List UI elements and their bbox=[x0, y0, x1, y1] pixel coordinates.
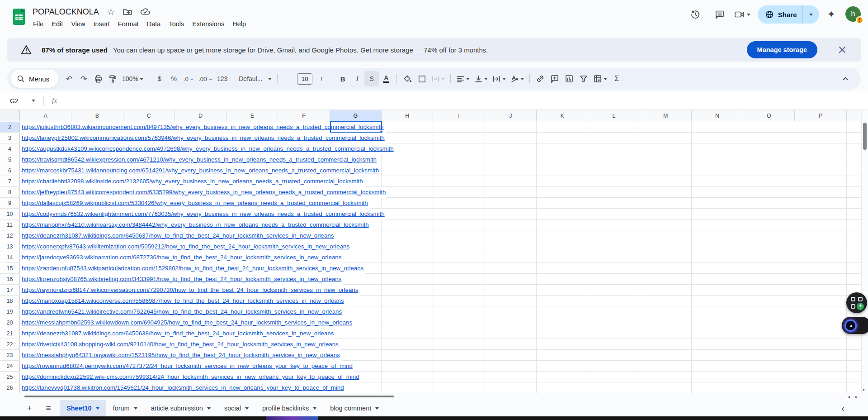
format-percent-button[interactable]: % bbox=[167, 71, 181, 86]
sheet-tab-caret-icon[interactable] bbox=[245, 407, 249, 410]
column-header-P[interactable]: P bbox=[795, 110, 846, 121]
format-currency-button[interactable]: $ bbox=[152, 71, 167, 86]
undo-button[interactable]: ↶ bbox=[62, 71, 76, 86]
cell-link[interactable]: https://lorenzobsjy08765.wikibriefing.co… bbox=[20, 274, 343, 285]
column-header-D[interactable]: D bbox=[175, 110, 226, 121]
cell-link[interactable]: https://deanezrh31087.wikitidings.com/64… bbox=[20, 230, 335, 241]
cell-link[interactable]: https://connerxpfv87643.wikiitemization.… bbox=[20, 241, 351, 252]
row-cells[interactable]: https://mariophxn54210.wikihearsay.com/3… bbox=[20, 220, 861, 230]
cell-link[interactable]: https://deanezrh31087.wikitidings.com/64… bbox=[20, 328, 335, 339]
row-cells[interactable]: https://jaredoqve93693.wikinarration.com… bbox=[20, 252, 861, 262]
cell-link[interactable]: https://laneypfr25802.wikicommunications… bbox=[20, 133, 387, 143]
sheet-tab-sheet10[interactable]: Sheet10 bbox=[60, 400, 106, 416]
star-icon[interactable]: ☆ bbox=[107, 8, 115, 16]
borders-button[interactable] bbox=[415, 71, 429, 86]
row-header-21[interactable]: 21 bbox=[0, 328, 20, 339]
row-header-4[interactable]: 4 bbox=[0, 143, 20, 154]
cell-link[interactable]: https://messiahphyo64321.ouyawiki.com/15… bbox=[20, 350, 342, 361]
row-header-10[interactable]: 10 bbox=[0, 209, 20, 219]
comments-icon[interactable] bbox=[710, 5, 730, 24]
horizontal-align-button[interactable] bbox=[454, 71, 472, 86]
sheet-tab-article-submission[interactable]: article submission bbox=[144, 400, 217, 416]
scroll-right-icon[interactable]: ▸ bbox=[855, 394, 858, 399]
cell-link[interactable]: https://dominickdcxu22592.wiki-cms.com/7… bbox=[20, 372, 361, 382]
row-cells[interactable]: https://travisqmdt86542.wikiexpression.c… bbox=[20, 154, 861, 165]
cell-link[interactable]: https://charliehbti32098.wikiinside.com/… bbox=[20, 176, 365, 187]
sheet-tab-blog-comment[interactable]: blog comment bbox=[323, 400, 386, 416]
cell-link[interactable]: https://messiahpmbn02593.wikilowdown.com… bbox=[20, 317, 354, 328]
text-rotation-button[interactable] bbox=[508, 71, 526, 86]
menu-tools[interactable]: Tools bbox=[165, 19, 188, 29]
row-header-24[interactable]: 24 bbox=[0, 361, 20, 371]
merge-cells-button[interactable] bbox=[429, 71, 447, 86]
row-cells[interactable]: https://laneypfr25802.wikicommunications… bbox=[20, 133, 861, 143]
cell-link[interactable]: https://rowanriud68024.pennywiki.com/472… bbox=[20, 361, 354, 372]
column-header-N[interactable]: N bbox=[692, 110, 743, 121]
menu-file[interactable]: File bbox=[29, 19, 47, 29]
video-call-caret-icon[interactable] bbox=[747, 14, 750, 16]
menu-extensions[interactable]: Extensions bbox=[188, 19, 228, 29]
menu-data[interactable]: Data bbox=[143, 19, 165, 29]
text-color-button[interactable]: A bbox=[379, 71, 393, 86]
manage-storage-button[interactable]: Manage storage bbox=[747, 41, 817, 58]
column-header-E[interactable]: E bbox=[226, 110, 278, 121]
row-cells[interactable]: https://messiahpmbn02593.wikilowdown.com… bbox=[20, 317, 861, 328]
vertical-scrollbar[interactable]: ▾ bbox=[861, 110, 868, 393]
show-side-panel-icon[interactable]: ‹ bbox=[841, 400, 844, 416]
sheet-tab-social[interactable]: social bbox=[217, 400, 255, 416]
row-header-13[interactable]: 13 bbox=[0, 241, 20, 252]
row-header-2[interactable]: 2 bbox=[0, 122, 20, 132]
row-header-6[interactable]: 6 bbox=[0, 165, 20, 176]
video-call-button[interactable] bbox=[734, 10, 750, 19]
row-cells[interactable]: https://codyvmds76532.wikienlightenment.… bbox=[20, 209, 861, 219]
row-header-11[interactable]: 11 bbox=[0, 220, 20, 230]
row-cells[interactable]: https://zanderunfu87543.wikiparticulariz… bbox=[20, 263, 861, 273]
search-menus-button[interactable]: Menus bbox=[11, 70, 58, 88]
vertical-scrollbar-thumb[interactable] bbox=[863, 123, 867, 150]
sheet-tab-forum[interactable]: forum bbox=[106, 400, 144, 416]
move-folder-icon[interactable] bbox=[123, 8, 132, 15]
scroll-down-icon[interactable]: ▾ bbox=[863, 387, 865, 392]
select-all-corner[interactable] bbox=[0, 110, 20, 121]
collapse-toolbar-button[interactable] bbox=[838, 71, 853, 86]
row-cells[interactable]: https://charliehbti32098.wikiinside.com/… bbox=[20, 176, 861, 186]
cell-link[interactable]: https://raymondzrci68147.wikiconversatio… bbox=[20, 285, 360, 296]
decrease-font-size-button[interactable]: − bbox=[281, 71, 295, 86]
menu-insert[interactable]: Insert bbox=[90, 19, 114, 29]
font-size-input[interactable]: 10 bbox=[297, 73, 312, 85]
row-header-23[interactable]: 23 bbox=[0, 350, 20, 360]
cell-link[interactable]: https://andreofwn65421.wikidirective.com… bbox=[20, 306, 344, 317]
font-select[interactable]: Defaul... bbox=[236, 71, 274, 86]
column-header-I[interactable]: I bbox=[433, 110, 485, 121]
version-history-icon[interactable] bbox=[685, 5, 705, 24]
column-header-J[interactable]: J bbox=[485, 110, 537, 121]
cell-link[interactable]: https://riverictk43108.shopping-wiki.com… bbox=[20, 339, 340, 350]
row-cells[interactable]: https://dallascujx58269.wikipublicist.co… bbox=[20, 198, 861, 208]
cell-link[interactable]: https://marioxoap15814.wikiconverse.com/… bbox=[20, 296, 346, 306]
insert-chart-button[interactable] bbox=[562, 71, 576, 86]
column-header-L[interactable]: L bbox=[588, 110, 640, 121]
strikethrough-button[interactable]: S bbox=[364, 71, 379, 86]
fill-color-button[interactable] bbox=[400, 71, 415, 86]
column-header-O[interactable]: O bbox=[743, 110, 795, 121]
sheet-tab-caret-icon[interactable] bbox=[96, 407, 99, 410]
row-cells[interactable]: https://deanezrh31087.wikitidings.com/64… bbox=[20, 230, 861, 241]
row-header-19[interactable]: 19 bbox=[0, 306, 20, 317]
account-avatar[interactable]: h ! bbox=[845, 6, 862, 23]
row-header-22[interactable]: 22 bbox=[0, 339, 20, 349]
row-header-17[interactable]: 17 bbox=[0, 285, 20, 295]
menu-format[interactable]: Format bbox=[114, 19, 143, 29]
row-cells[interactable]: https://raymondzrci68147.wikiconversatio… bbox=[20, 285, 861, 295]
column-header-F[interactable]: F bbox=[278, 110, 330, 121]
cell-link[interactable]: https://codyvmds76532.wikienlightenment.… bbox=[20, 209, 387, 220]
bold-button[interactable]: B bbox=[335, 71, 350, 86]
horizontal-scrollbar-thumb[interactable] bbox=[24, 396, 394, 397]
italic-button[interactable]: I bbox=[350, 71, 364, 86]
row-cells[interactable]: https://connerxpfv87643.wikiitemization.… bbox=[20, 241, 861, 252]
functions-button[interactable]: Σ bbox=[609, 71, 624, 86]
insert-comment-button[interactable] bbox=[547, 71, 562, 86]
sheet-tab-caret-icon[interactable] bbox=[375, 407, 379, 410]
cloud-saved-icon[interactable] bbox=[140, 8, 150, 15]
row-header-9[interactable]: 9 bbox=[0, 198, 20, 208]
more-formats-button[interactable]: 123 bbox=[215, 71, 230, 86]
